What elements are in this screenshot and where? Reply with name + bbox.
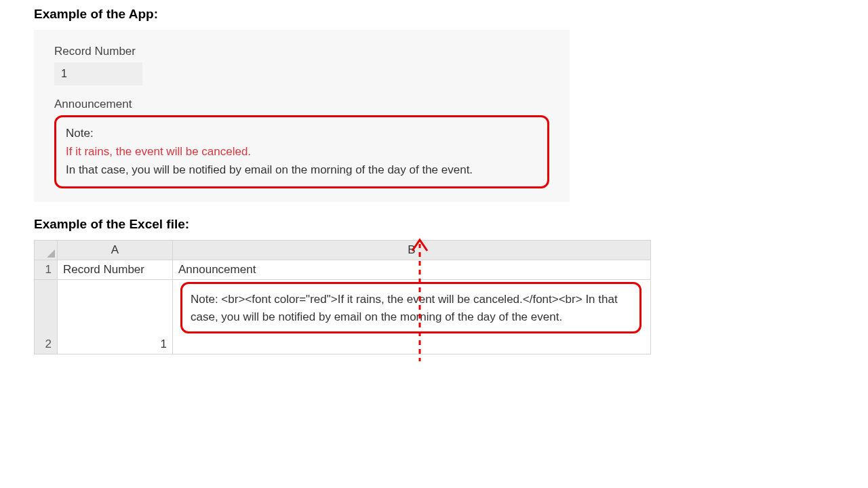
announcement-label: Announcement [54, 98, 549, 111]
excel-table-wrap: A B 1 Record Number Announcement 2 1 Not… [34, 240, 651, 354]
announcement-callout: Note: If it rains, the event will be can… [54, 115, 549, 188]
select-all-corner[interactable] [35, 240, 58, 260]
row-header-2[interactable]: 2 [35, 279, 58, 354]
column-header-a[interactable]: A [58, 240, 173, 260]
heading-app-example: Example of the App: [34, 7, 834, 22]
announcement-line-2-red: If it rains, the event will be canceled. [66, 142, 538, 161]
cell-a2[interactable]: 1 [58, 279, 173, 354]
heading-excel-example: Example of the Excel file: [34, 217, 834, 232]
link-arrow-icon [410, 237, 430, 361]
table-header-row: A B [35, 240, 651, 260]
cell-a1[interactable]: Record Number [58, 260, 173, 279]
announcement-line-1: Note: [66, 124, 538, 142]
row-header-1[interactable]: 1 [35, 260, 58, 279]
record-number-value [54, 62, 142, 85]
table-row: 1 Record Number Announcement [35, 260, 651, 279]
record-number-label: Record Number [54, 45, 549, 58]
app-panel: Record Number Announcement Note: If it r… [34, 30, 570, 202]
announcement-line-3: In that case, you will be notified by em… [66, 161, 538, 179]
